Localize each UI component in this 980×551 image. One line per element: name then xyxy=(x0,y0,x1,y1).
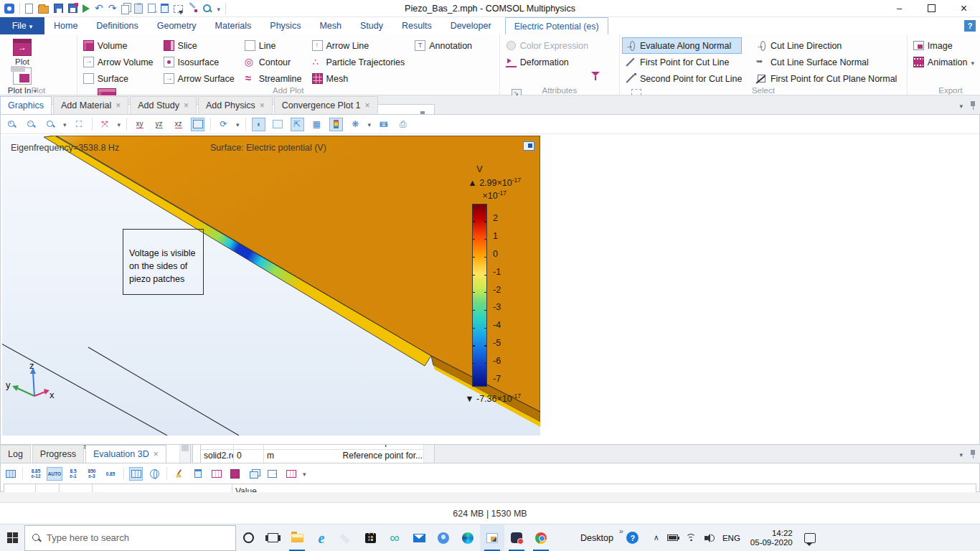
task-view-button[interactable] xyxy=(260,524,285,551)
print-icon[interactable]: ⎙ xyxy=(396,118,410,131)
add-plot-item[interactable]: Arrow Line xyxy=(312,37,405,54)
delete-icon[interactable] xyxy=(161,4,169,13)
action-center-icon[interactable] xyxy=(804,533,816,543)
copy-table-icon[interactable] xyxy=(247,467,260,481)
desktop-toolbar[interactable]: Desktop » xyxy=(573,533,621,543)
zoom-in-icon[interactable]: + xyxy=(5,118,19,131)
internet-explorer-button[interactable]: e xyxy=(309,524,334,551)
number-format-button[interactable]: 0.85 xyxy=(103,467,118,481)
select-item[interactable]: First Point for Cut Line xyxy=(626,54,742,70)
help-button[interactable]: ? xyxy=(964,20,976,32)
edge-button[interactable] xyxy=(456,524,480,551)
view-xy-icon[interactable]: xy xyxy=(133,118,146,131)
graphics-tab[interactable]: Add Study xyxy=(130,96,197,114)
new-file-icon[interactable] xyxy=(25,4,33,14)
file-menu-button[interactable]: File xyxy=(0,17,44,34)
save-as-icon[interactable] xyxy=(68,4,77,13)
add-plot-item[interactable]: Volume xyxy=(83,37,154,54)
tab-electric-potential-es[interactable]: Electric Potential (es) xyxy=(505,17,608,34)
ribbon-tab[interactable]: Developer xyxy=(441,17,501,34)
attribute-item[interactable]: Color Expression xyxy=(506,37,588,54)
chrome-button[interactable] xyxy=(529,524,553,551)
export-image-button[interactable]: Image xyxy=(913,37,974,54)
add-plot-item[interactable]: Slice xyxy=(164,37,235,54)
dropdown-icon[interactable] xyxy=(368,119,372,129)
zoom-out-icon[interactable]: − xyxy=(24,118,38,131)
qat-dropdown-icon[interactable] xyxy=(217,4,220,14)
number-format-button[interactable]: AUTO xyxy=(47,467,62,481)
add-plot-item[interactable]: Streamline xyxy=(245,70,302,87)
minimize-button[interactable] xyxy=(883,0,915,17)
file-explorer-button[interactable] xyxy=(285,524,309,551)
discord-button[interactable] xyxy=(504,524,529,551)
spherical-coordinates-icon[interactable] xyxy=(148,467,161,481)
full-precision-table-icon[interactable] xyxy=(129,467,143,481)
snapshot-icon[interactable]: 📷︎ xyxy=(377,118,390,131)
ribbon-tab[interactable]: Geometry xyxy=(148,17,206,34)
attribute-item[interactable]: Deformation xyxy=(506,54,588,70)
filter-icon[interactable] xyxy=(590,70,600,80)
volume-icon[interactable] xyxy=(705,534,715,542)
taskbar-clock[interactable]: 14:22 05-09-2020 xyxy=(746,529,797,547)
add-plot-item[interactable]: Mesh xyxy=(312,70,405,87)
plot-button[interactable]: Plot xyxy=(6,37,39,66)
environment-reflections-icon[interactable]: ❋ xyxy=(349,118,362,131)
cortana-button[interactable] xyxy=(236,524,260,551)
taskbar-search[interactable]: Type here to search xyxy=(24,525,236,551)
color-table-icon[interactable] xyxy=(228,467,242,481)
rotate-icon[interactable]: ⟳ xyxy=(217,118,230,131)
microsoft-store-button[interactable] xyxy=(358,524,382,551)
help-tray-button[interactable]: ? xyxy=(621,524,645,551)
run-icon[interactable] xyxy=(83,4,90,13)
number-format-button[interactable]: 8.85e-12 xyxy=(28,467,44,481)
add-plot-item[interactable]: Particle Trajectories xyxy=(312,54,405,70)
add-plot-item[interactable]: Arrow Volume xyxy=(83,54,154,70)
pin-icon[interactable] xyxy=(970,101,976,110)
select-item[interactable]: Cut Line Direction xyxy=(756,37,897,54)
browser-button[interactable] xyxy=(431,524,456,551)
information-tab[interactable]: Progress xyxy=(32,445,84,463)
panel-menu-icon[interactable] xyxy=(959,100,963,110)
ribbon-tab[interactable]: Materials xyxy=(206,17,261,34)
view-xz-icon[interactable]: xz xyxy=(171,118,185,131)
copy-icon[interactable] xyxy=(121,5,129,14)
table-border-icon[interactable] xyxy=(209,467,223,481)
clear-table-icon[interactable] xyxy=(172,467,186,481)
add-plot-item[interactable]: Annotation xyxy=(415,37,472,54)
table-options-icon[interactable] xyxy=(284,467,298,481)
graphics-tab[interactable]: Add Material xyxy=(53,96,128,114)
zoom-extents-icon[interactable]: ⛶ xyxy=(72,118,86,131)
graphics-tab[interactable]: Add Physics xyxy=(198,96,273,114)
open-file-icon[interactable] xyxy=(38,6,49,14)
annotation-box[interactable]: Voltage is visible on the sides of piezo… xyxy=(123,229,204,295)
dropdown-icon[interactable] xyxy=(303,468,306,479)
table-settings-icon[interactable] xyxy=(4,467,17,481)
view-yz-icon[interactable]: yz xyxy=(152,118,166,131)
delete-table-icon[interactable] xyxy=(191,467,204,481)
comsol-taskbar-button[interactable] xyxy=(480,524,504,551)
pin-icon[interactable] xyxy=(970,450,976,458)
information-tab[interactable]: Evaluation 3D xyxy=(85,445,166,463)
ribbon-tab[interactable]: Mesh xyxy=(310,17,351,34)
undo-icon[interactable]: ↶ xyxy=(95,3,103,14)
redo-icon[interactable]: ↷ xyxy=(108,3,117,14)
search-icon[interactable] xyxy=(202,4,212,13)
add-plot-item[interactable]: Contour xyxy=(245,54,302,70)
add-plot-item[interactable]: Arrow Surface xyxy=(164,70,235,87)
add-plot-item[interactable]: Line xyxy=(245,37,302,54)
default-view-icon[interactable]: ⤧ xyxy=(98,118,112,131)
color-legend-icon[interactable] xyxy=(329,118,343,131)
select-item[interactable]: Cut Line Surface Normal xyxy=(756,54,897,70)
number-format-button[interactable]: 850e-3 xyxy=(84,467,100,481)
dropdown-icon[interactable] xyxy=(236,119,240,129)
ribbon-tab[interactable]: Results xyxy=(392,17,441,34)
dropbox-button[interactable] xyxy=(334,524,358,551)
grid-icon[interactable]: ▦ xyxy=(310,118,324,131)
canvas-corner-icon[interactable] xyxy=(523,141,534,151)
add-plot-item[interactable]: Surface xyxy=(83,70,154,87)
language-indicator[interactable]: ENG xyxy=(722,534,740,542)
scene-light-icon[interactable]: ◖ xyxy=(252,118,265,131)
paste-icon[interactable] xyxy=(134,4,143,14)
material-brush-icon[interactable] xyxy=(188,4,197,13)
transparency-icon[interactable] xyxy=(271,118,285,131)
